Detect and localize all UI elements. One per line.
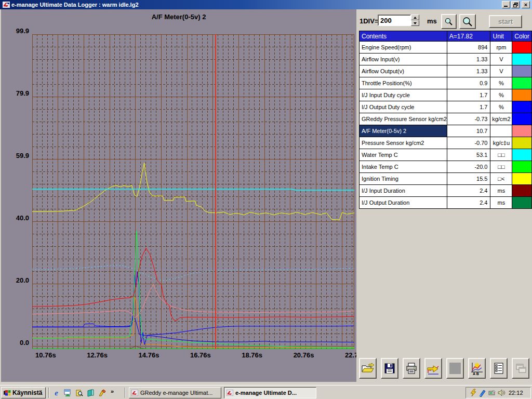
x-tick-label: 10.76s bbox=[29, 351, 63, 359]
task-button-greddy[interactable]: GReddy e-manage Ultimat... bbox=[129, 387, 221, 398]
table-row[interactable]: Water Temp C53.1□□ bbox=[360, 149, 532, 161]
chart-title: A/F Meter(0-5v) 2 bbox=[1, 13, 356, 21]
export-chart-icon bbox=[427, 362, 440, 375]
start-menu-button[interactable]: Käynnistä bbox=[1, 387, 46, 398]
tray-pen-icon[interactable] bbox=[478, 389, 487, 397]
div-label: 1DIV= bbox=[360, 17, 379, 25]
save-button[interactable] bbox=[381, 358, 398, 379]
zoom-in-button[interactable] bbox=[459, 14, 476, 29]
y-tick-label: 40.0 bbox=[1, 214, 29, 222]
x-axis-labels: 10.76s12.76s14.76s16.76s18.76s20.76s22.7… bbox=[1, 351, 356, 361]
channel-name: I/J Input Duty cycle bbox=[360, 89, 447, 101]
start-button[interactable]: start bbox=[489, 15, 522, 28]
brush-glyph bbox=[98, 389, 106, 397]
channel-name: Water Temp C bbox=[360, 149, 447, 161]
div-spinner bbox=[411, 15, 419, 26]
quick-launch-overflow[interactable]: » bbox=[111, 388, 114, 394]
x-tick-label: 20.76s bbox=[287, 351, 321, 359]
up-arrow-icon bbox=[414, 17, 417, 19]
table-row[interactable]: Pressure Sensor kg/cm2-0.70kg/c‡u bbox=[360, 137, 532, 149]
cascade-windows-icon bbox=[514, 362, 527, 375]
chart-panel: A/F Meter(0-5v) 2 99.979.959.940.020.00.… bbox=[1, 9, 356, 382]
channel-value: 0.9 bbox=[447, 77, 490, 89]
x-tick-label: 12.76s bbox=[80, 351, 114, 359]
table-row[interactable]: I/J Input Duty cycle1.7% bbox=[360, 89, 532, 101]
channel-unit: ms bbox=[490, 197, 512, 209]
show-desktop-icon[interactable] bbox=[63, 389, 72, 397]
taskbar-separator bbox=[48, 388, 49, 398]
media-quick-launch-icon[interactable] bbox=[98, 389, 107, 397]
plot-area[interactable] bbox=[32, 34, 354, 349]
table-row[interactable]: GReddy Pressure Sensor kg/cm2-0.73kg/cm2 bbox=[360, 113, 532, 125]
export-button[interactable] bbox=[424, 358, 442, 379]
task-button-emanage[interactable]: e-manage Ultimate D... bbox=[224, 387, 316, 398]
color-header[interactable]: Color bbox=[512, 31, 532, 42]
stop-square-icon bbox=[449, 363, 461, 374]
search-quick-launch-icon[interactable] bbox=[75, 389, 84, 397]
channel-name: Pressure Sensor kg/cm2 bbox=[360, 137, 447, 149]
list-button[interactable] bbox=[490, 358, 508, 379]
div-input[interactable] bbox=[378, 15, 411, 26]
y-tick-label: 79.9 bbox=[1, 89, 29, 97]
spinner-down-button[interactable] bbox=[411, 20, 419, 26]
channel-unit: rpm bbox=[490, 42, 512, 54]
close-button[interactable]: × bbox=[522, 1, 530, 8]
channel-name: I/J Input Duration bbox=[360, 185, 447, 197]
graph-ab-button[interactable]: A B bbox=[468, 358, 486, 379]
channel-color-swatch bbox=[512, 161, 532, 173]
x-tick-label: 14.76s bbox=[132, 351, 166, 359]
channel-unit: % bbox=[490, 101, 512, 113]
emanage-task-icon-2 bbox=[227, 390, 233, 396]
channel-color-swatch bbox=[512, 125, 532, 137]
spinner-up-button[interactable] bbox=[411, 15, 419, 20]
print-button[interactable] bbox=[403, 358, 420, 379]
table-row[interactable]: A/F Meter(0-5v) 210.7 bbox=[360, 125, 532, 137]
channel-name: GReddy Pressure Sensor kg/cm2 bbox=[360, 113, 447, 125]
channel-name: Engine Speed(rpm) bbox=[360, 42, 447, 54]
channel-color-swatch bbox=[512, 173, 532, 185]
table-row[interactable]: Airflow Input(v)1.33V bbox=[360, 54, 532, 65]
table-row[interactable]: Intake Temp C-20.0□□ bbox=[360, 161, 532, 173]
channel-unit: V bbox=[490, 65, 512, 77]
channel-value: 2.4 bbox=[447, 197, 490, 209]
channel-unit: % bbox=[490, 89, 512, 101]
table-row[interactable]: Throttle Position(%)0.9% bbox=[360, 77, 532, 89]
graph-ab-icon: A B bbox=[470, 362, 484, 375]
table-row[interactable]: I/J Output Duty cycle1.7% bbox=[360, 101, 532, 113]
table-row[interactable]: I/J Output Duration2.4ms bbox=[360, 197, 532, 209]
restore-button[interactable] bbox=[511, 1, 520, 8]
value-header[interactable]: A=17.82 bbox=[447, 31, 490, 42]
tray-lightning-icon[interactable] bbox=[469, 389, 477, 397]
table-row[interactable]: I/J Input Duration2.4ms bbox=[360, 185, 532, 197]
contents-header[interactable]: Contents bbox=[360, 31, 447, 42]
series-water-temp bbox=[32, 189, 354, 190]
channel-unit: % bbox=[490, 77, 512, 89]
notes-glyph bbox=[87, 389, 95, 397]
app-icon bbox=[3, 1, 10, 8]
table-row[interactable]: Ignition Timing15.5□< bbox=[360, 173, 532, 185]
notes-quick-launch-icon[interactable] bbox=[86, 389, 95, 397]
channel-unit: kg/cm2 bbox=[490, 113, 512, 125]
y-tick-label: 20.0 bbox=[1, 276, 29, 284]
ie-quick-launch-icon[interactable]: e bbox=[52, 389, 61, 397]
channel-name: Airflow Output(v) bbox=[360, 65, 447, 77]
unit-header[interactable]: Unit bbox=[490, 31, 512, 42]
tray-speaker-icon[interactable] bbox=[497, 389, 506, 397]
taskbar-separator-2 bbox=[125, 388, 126, 398]
channel-value: 1.7 bbox=[447, 89, 490, 101]
tray-device-icon[interactable] bbox=[488, 389, 496, 397]
minimize-button[interactable] bbox=[502, 1, 510, 8]
zoom-out-button[interactable] bbox=[441, 14, 457, 29]
stop-button[interactable] bbox=[446, 358, 464, 379]
channel-value: 10.7 bbox=[447, 125, 490, 137]
channel-unit: kg/c‡u bbox=[490, 137, 512, 149]
table-row[interactable]: Engine Speed(rpm)894rpm bbox=[360, 42, 532, 54]
open-button[interactable] bbox=[359, 358, 377, 379]
cascade-button[interactable] bbox=[512, 358, 529, 379]
floppy-disk-icon bbox=[383, 362, 396, 375]
list-icon bbox=[493, 362, 505, 375]
table-row[interactable]: Airflow Output(v)1.33V bbox=[360, 65, 532, 77]
ie-e-glyph: e bbox=[55, 389, 58, 397]
channel-value: -20.0 bbox=[447, 161, 490, 173]
channel-name: I/J Output Duration bbox=[360, 197, 447, 209]
